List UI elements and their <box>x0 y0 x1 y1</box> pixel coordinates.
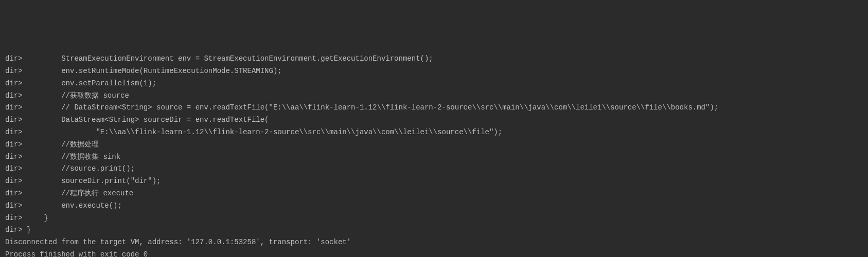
console-line: dir> "E:\\aa\\flink-learn-1.12\\flink-le… <box>5 126 863 139</box>
console-line: dir> env.setRuntimeMode(RuntimeExecution… <box>5 65 863 78</box>
console-line: dir> } <box>5 212 863 225</box>
console-line: dir> // DataStream<String> source = env.… <box>5 102 863 114</box>
console-output[interactable]: dir> StreamExecutionEnvironment env = St… <box>5 53 863 257</box>
console-line: dir> //数据收集 sink <box>5 151 863 163</box>
console-line: dir> sourceDir.print("dir"); <box>5 175 863 188</box>
console-line: dir> //获取数据 source <box>5 90 863 102</box>
console-line: dir> } <box>5 224 863 236</box>
console-line: dir> DataStream<String> sourceDir = env.… <box>5 114 863 126</box>
console-line: Process finished with exit code 0 <box>5 249 863 257</box>
console-line: Disconnected from the target VM, address… <box>5 236 863 249</box>
console-line: dir> env.execute(); <box>5 200 863 212</box>
console-line: dir> env.setParallelism(1); <box>5 78 863 90</box>
console-line: dir> StreamExecutionEnvironment env = St… <box>5 53 863 65</box>
console-line: dir> //程序执行 execute <box>5 188 863 200</box>
console-line: dir> //source.print(); <box>5 163 863 175</box>
console-line: dir> //数据处理 <box>5 139 863 151</box>
